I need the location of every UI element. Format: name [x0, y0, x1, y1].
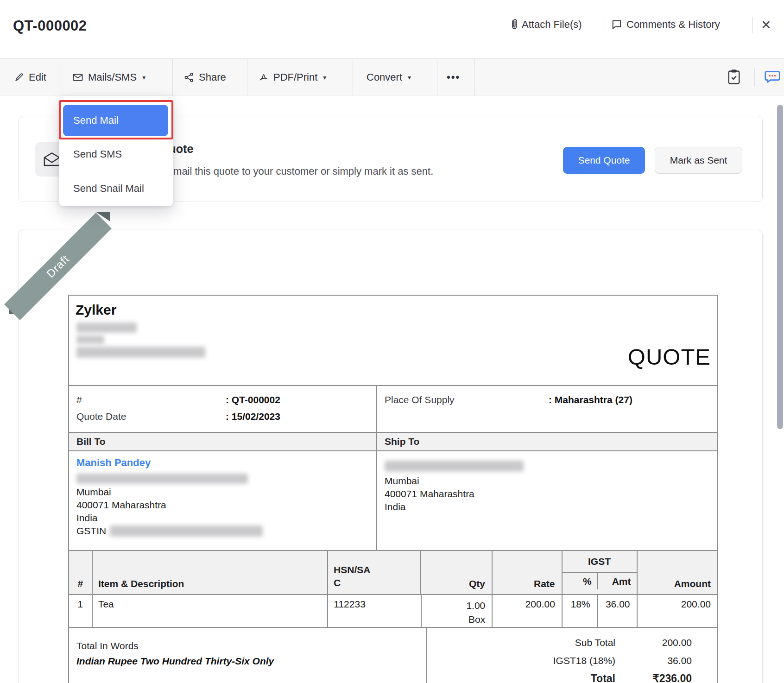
send-quote-button[interactable]: Send Quote — [563, 147, 645, 174]
items-table-header: # Item & Description HSN/SAC Qty Rate IG… — [69, 550, 717, 594]
envelope-icon — [72, 73, 83, 82]
col-rate: Rate — [492, 551, 562, 594]
chat-feedback-button[interactable] — [764, 69, 781, 86]
address-row: Manish Pandey Mumbai 400071 Maharashtra … — [69, 451, 717, 550]
row-amount: 200.00 — [637, 595, 718, 627]
quote-meta: # : QT-000002 Quote Date : 15/02/2023 — [69, 386, 377, 432]
sub-total-label: Sub Total — [575, 637, 615, 648]
bill-to-region: 400071 Maharashtra — [76, 499, 369, 512]
redacted-address-line — [385, 461, 524, 472]
comments-history-button[interactable]: Comments & History — [611, 19, 720, 31]
mails-sms-dropdown: Send Mail Send SMS Send Snail Mail — [59, 96, 173, 206]
redacted-address-line — [76, 347, 205, 358]
row-rate: 200.00 — [492, 595, 562, 627]
quote-number-label: # — [76, 392, 226, 408]
toolbar-divider — [172, 59, 173, 96]
address-header-band: Bill To Ship To — [69, 432, 717, 451]
clipboard-check-icon — [726, 69, 742, 86]
close-icon[interactable]: ✕ — [761, 18, 771, 32]
pdf-print-button[interactable]: PDF/Print ▾ — [259, 59, 326, 96]
attach-files-button[interactable]: Attach File(s) — [507, 19, 582, 31]
document-info-row: # : QT-000002 Quote Date : 15/02/2023 Pl… — [69, 385, 717, 432]
col-igst: IGST — [563, 551, 637, 573]
toolbar: Edit Mails/SMS ▾ Share PDF/Print ▾ Conve… — [0, 58, 784, 95]
ship-to-address: Mumbai 400071 Maharashtra India — [377, 451, 717, 550]
total-value: ₹236.00 — [615, 672, 717, 683]
redacted-address-line — [76, 474, 248, 484]
totals-table: Sub Total 200.00 IGST18 (18%) 36.00 Tota… — [427, 628, 717, 683]
share-button[interactable]: Share — [184, 59, 226, 96]
comment-bubble-icon — [611, 19, 623, 31]
mark-as-sent-button[interactable]: Mark as Sent — [655, 147, 742, 174]
tax-label: IGST18 (18%) — [553, 655, 615, 666]
company-name: Zylker — [76, 302, 116, 318]
menu-item-send-mail[interactable]: Send Mail — [63, 105, 168, 136]
tax-value: 36.00 — [615, 655, 717, 666]
customer-name-link[interactable]: Manish Pandey — [76, 455, 369, 471]
attach-files-label: Attach File(s) — [522, 19, 582, 31]
total-label: Total — [591, 672, 615, 683]
gstin-label: GSTIN — [76, 525, 106, 538]
document-header: Zylker QUOTE — [69, 296, 717, 385]
header-divider — [603, 17, 603, 33]
sub-total-value: 200.00 — [615, 637, 717, 648]
total-in-words-label: Total In Words — [76, 639, 419, 653]
col-serial: # — [69, 551, 92, 594]
mails-sms-button[interactable]: Mails/SMS ▾ — [72, 59, 145, 96]
toolbar-divider — [61, 59, 61, 96]
supply-meta: Place Of Supply : Maharashtra (27) — [377, 386, 717, 432]
banner-message: You can email this quote to your custome… — [128, 165, 433, 177]
col-igst-percent: % — [563, 573, 597, 589]
quote-document: Zylker QUOTE # : QT-000002 Quote Date : … — [68, 295, 718, 683]
edit-label: Edit — [29, 71, 46, 83]
row-hsn: 112233 — [327, 595, 420, 627]
ship-to-city: Mumbai — [385, 474, 710, 487]
pdf-print-label: PDF/Print — [273, 71, 317, 83]
bill-to-label: Bill To — [69, 433, 377, 450]
col-hsn-sac: HSN/SAC — [327, 551, 420, 594]
redacted-address-line — [76, 335, 104, 344]
pencil-icon — [14, 72, 24, 82]
bill-to-address: Manish Pandey Mumbai 400071 Maharashtra … — [69, 451, 377, 550]
place-of-supply-value: : Maharashtra (27) — [549, 392, 632, 408]
row-igst-percent: 18% — [562, 595, 597, 627]
redacted-gstin — [110, 525, 263, 537]
page-title: QT-000002 — [13, 18, 87, 34]
convert-button[interactable]: Convert ▾ — [367, 59, 411, 96]
ship-to-country: India — [385, 500, 710, 513]
ellipsis-icon: ••• — [447, 71, 460, 83]
total-in-words-value: Indian Rupee Two Hundred Thirty-Six Only — [76, 653, 419, 670]
toolbar-divider — [247, 59, 247, 96]
paperclip-icon — [507, 19, 518, 31]
quote-date-value: : 15/02/2023 — [226, 408, 280, 425]
bill-to-city: Mumbai — [76, 486, 369, 499]
row-serial: 1 — [69, 595, 92, 627]
comments-history-label: Comments & History — [626, 19, 720, 31]
chevron-down-icon: ▾ — [323, 74, 326, 81]
total-in-words: Total In Words Indian Rupee Two Hundred … — [69, 628, 427, 683]
tasks-clipboard-button[interactable] — [726, 69, 742, 86]
more-actions-button[interactable]: ••• — [447, 59, 460, 96]
ship-to-region: 400071 Maharashtra — [385, 487, 710, 500]
row-qty-value: 1.00 — [427, 599, 486, 613]
edit-button[interactable]: Edit — [14, 59, 46, 96]
col-hsn-sac-label: HSN/SAC — [334, 563, 373, 589]
vertical-scrollbar[interactable] — [777, 105, 783, 429]
toolbar-divider — [474, 59, 475, 96]
document-type-title: QUOTE — [628, 344, 711, 370]
col-item-description: Item & Description — [92, 551, 327, 594]
table-row: 1 Tea 112233 1.00 Box 200.00 18% 36.00 2… — [69, 594, 717, 627]
row-igst-amount: 36.00 — [597, 595, 637, 627]
menu-item-send-snail-mail[interactable]: Send Snail Mail — [73, 179, 166, 198]
col-qty: Qty — [420, 551, 492, 594]
chevron-down-icon: ▾ — [408, 74, 411, 81]
col-amount: Amount — [637, 551, 717, 594]
col-igst-amount: Amt — [597, 573, 637, 589]
menu-item-send-sms[interactable]: Send SMS — [73, 145, 166, 164]
toolbar-divider — [353, 59, 353, 96]
mails-sms-label: Mails/SMS — [88, 71, 137, 83]
redacted-address-line — [76, 323, 137, 333]
quote-date-label: Quote Date — [76, 408, 226, 425]
share-label: Share — [199, 71, 226, 83]
share-icon — [184, 72, 194, 82]
